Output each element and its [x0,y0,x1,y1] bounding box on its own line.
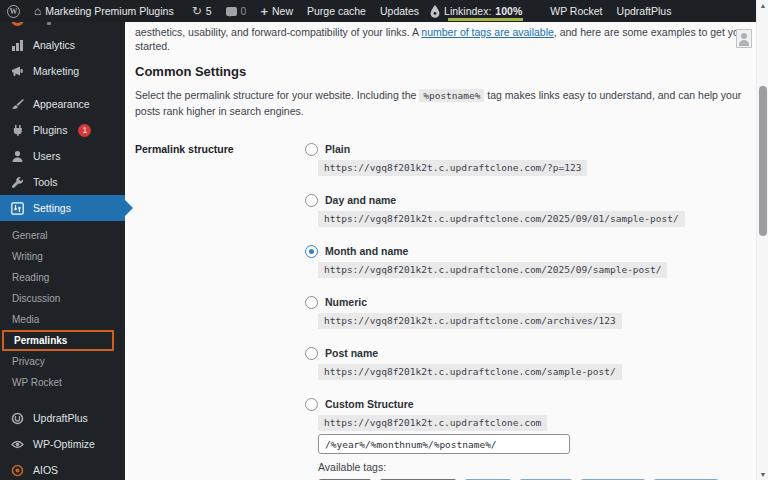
desc-text: Select the permalink structure for your … [135,89,419,101]
sidebar-item-settings[interactable]: Settings [0,195,125,221]
sidebar-separator [0,84,125,91]
submenu-label: Reading [12,272,49,283]
user-icon [10,149,24,163]
option-post-name: Post name https://vgq8f201k2t.c.updraftc… [305,346,748,380]
vertical-scrollbar[interactable]: ▲ ▼ [756,0,768,480]
option-label[interactable]: Custom Structure [325,398,414,410]
linkindex-label: Linkindex: [444,5,491,17]
person-icon [741,33,747,39]
updraftplus-menu[interactable]: UpdraftPlus [610,0,679,22]
permalink-options: Plain https://vgq8f201k2t.c.updraftclone… [305,142,748,480]
post-name-radio[interactable] [305,347,318,360]
option-plain: Plain https://vgq8f201k2t.c.updraftclone… [305,142,748,176]
updraftplus-label: UpdraftPlus [617,5,672,17]
wordpress-admin-screen: W ⌂ Marketing Premium Plugins ↻ 5 0 + Ne… [0,0,768,480]
plain-radio[interactable] [305,143,318,156]
plus-icon: + [260,5,268,18]
sidebar-item-plugins[interactable]: Plugins 1 [0,117,125,143]
purge-cache-label: Purge cache [307,5,366,17]
sidebar-item-users[interactable]: Users [0,143,125,169]
intro-paragraph: aesthetics, usability, and forward-compa… [135,25,748,53]
sidebar-item-label: Tools [33,176,58,188]
site-name-menu[interactable]: ⌂ Marketing Premium Plugins [27,0,181,22]
submenu-item-wp-rocket[interactable]: WP Rocket [0,372,125,393]
submenu-label: General [12,230,48,241]
updates-label: Updates [380,5,419,17]
linkindex-progress-bar [448,18,523,21]
submenu-label: Writing [12,251,43,262]
clipped-plugin-icon [11,22,24,26]
sidebar-item-marketing[interactable]: Marketing [0,58,125,84]
submenu-item-media[interactable]: Media [0,309,125,330]
bar-chart-icon [10,38,24,52]
avatar [736,29,752,48]
numeric-radio[interactable] [305,296,318,309]
sidebar-item-label: UpdraftPlus [33,412,88,424]
sidebar-item-label: Settings [33,202,71,214]
sidebar-item-label: AIOS [33,464,58,476]
linkindex-value: 100% [495,5,522,17]
sidebar-item-wp-optimize[interactable]: WP-Optimize [0,431,125,457]
sidebar-item-aios[interactable]: AIOS [0,457,125,480]
purge-cache-menu[interactable]: Purge cache [300,0,373,22]
wp-optimize-icon [10,437,24,451]
submenu-label: WP Rocket [12,377,62,388]
option-label[interactable]: Post name [325,347,378,359]
scroll-down-arrow[interactable]: ▼ [757,471,768,478]
day-and-name-radio[interactable] [305,194,318,207]
submenu-label: Privacy [12,356,45,367]
option-label[interactable]: Numeric [325,296,367,308]
tags-available-link[interactable]: number of tags are available [421,26,554,38]
comment-icon [226,7,237,16]
new-content-menu[interactable]: + New [253,0,300,22]
custom-structure-input[interactable] [318,434,570,454]
sidebar-item-label: WP-Optimize [33,438,95,450]
month-and-name-radio[interactable] [305,245,318,258]
option-label[interactable]: Month and name [325,245,408,257]
updates-count-menu[interactable]: ↻ 5 [185,0,219,22]
sidebar-item-analytics[interactable]: Analytics [0,32,125,58]
sidebar-item-updraftplus[interactable]: UpdraftPlus [0,405,125,431]
intro-text: aesthetics, usability, and forward-compa… [135,26,421,38]
wordpress-logo-menu[interactable]: W [0,0,27,22]
example-url: https://vgq8f201k2t.c.updraftclone.com/s… [318,364,622,380]
submenu-label: Permalinks [14,335,67,346]
option-numeric: Numeric https://vgq8f201k2t.c.updraftclo… [305,295,748,329]
option-day-and-name: Day and name https://vgq8f201k2t.c.updra… [305,193,748,227]
description-paragraph: Select the permalink structure for your … [135,88,748,118]
permalink-structure-row: Permalink structure Plain https://vgq8f2… [135,142,748,480]
submenu-item-general[interactable]: General [0,225,125,246]
droplet-icon [430,5,440,18]
clipped-plugin-label [47,22,51,25]
submenu-item-discussion[interactable]: Discussion [0,288,125,309]
scrollbar-thumb[interactable] [759,86,767,236]
scroll-up-arrow[interactable]: ▲ [757,2,768,9]
sidebar-item-tools[interactable]: Tools [0,169,125,195]
linkindex-menu[interactable]: Linkindex: 100% [426,0,529,22]
sidebar-item-appearance[interactable]: Appearance [0,91,125,117]
permalinks-settings-content: aesthetics, usability, and forward-compa… [125,22,756,480]
updates-menu[interactable]: Updates [373,0,426,22]
plugins-update-badge: 1 [78,124,91,137]
option-label[interactable]: Plain [325,143,350,155]
option-label[interactable]: Day and name [325,194,396,206]
site-name-label: Marketing Premium Plugins [45,5,173,17]
submenu-item-writing[interactable]: Writing [0,246,125,267]
brush-icon [10,97,24,111]
submenu-label: Media [12,314,39,325]
custom-structure-radio[interactable] [305,398,318,411]
submenu-item-reading[interactable]: Reading [0,267,125,288]
sidebar-item-label: Analytics [33,39,75,51]
option-custom-structure: Custom Structure https://vgq8f201k2t.c.u… [305,397,748,480]
update-count: 5 [206,5,212,17]
example-url: https://vgq8f201k2t.c.updraftclone.com/2… [318,262,667,278]
sidebar-item-label: Appearance [33,98,90,110]
sidebar-item-label: Plugins [33,124,67,136]
submenu-item-privacy[interactable]: Privacy [0,351,125,372]
wp-rocket-menu[interactable]: WP Rocket [543,0,609,22]
option-month-and-name: Month and name https://vgq8f201k2t.c.upd… [305,244,748,278]
sidebar-item-clipped[interactable] [0,22,125,32]
sidebar-item-label: Users [33,150,60,162]
comments-menu[interactable]: 0 [219,0,254,22]
submenu-item-permalinks[interactable]: Permalinks [2,330,114,351]
